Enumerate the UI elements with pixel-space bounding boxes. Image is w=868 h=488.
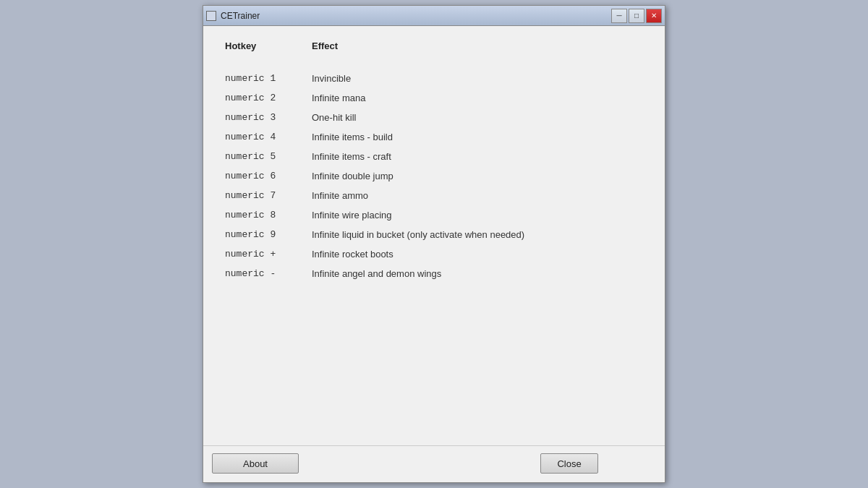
window-icon <box>206 11 216 21</box>
effect-cell: Infinite ammo <box>312 190 368 201</box>
main-window: CETrainer ─ □ ✕ Hotkey Effect numeric 1I… <box>203 5 665 483</box>
minimize-button[interactable]: ─ <box>611 9 627 23</box>
table-row: numeric 5Infinite items - craft <box>225 147 643 166</box>
restore-button[interactable]: □ <box>629 9 644 23</box>
table-row: numeric -Infinite angel and demon wings <box>225 264 643 283</box>
hotkey-cell: numeric 8 <box>225 210 312 221</box>
title-bar-left: CETrainer <box>206 11 260 21</box>
hotkey-cell: numeric 1 <box>225 73 312 84</box>
hotkey-cell: numeric 2 <box>225 93 312 103</box>
hotkey-cell: numeric 9 <box>225 229 312 240</box>
effect-cell: Infinite items - craft <box>312 151 391 162</box>
hotkey-cell: numeric + <box>225 249 312 260</box>
effect-cell: Infinite items - build <box>312 132 393 142</box>
title-bar: CETrainer ─ □ ✕ <box>203 6 665 26</box>
table-row: numeric 7Infinite ammo <box>225 186 643 205</box>
table-row: numeric 9Infinite liquid in bucket (only… <box>225 225 643 244</box>
hotkey-cell: numeric - <box>225 268 312 279</box>
effect-cell: Infinite angel and demon wings <box>312 268 441 279</box>
effect-cell: Infinite mana <box>312 93 365 103</box>
effect-cell: Invincible <box>312 73 351 84</box>
title-bar-buttons: ─ □ ✕ <box>611 9 662 23</box>
table-row: numeric 2Infinite mana <box>225 88 643 108</box>
table-row: numeric 6Infinite double jump <box>225 166 643 186</box>
hotkey-cell: numeric 5 <box>225 151 312 162</box>
close-button[interactable]: Close <box>540 453 598 474</box>
hotkey-header: Hotkey <box>225 40 312 51</box>
table-row: numeric 1Invincible <box>225 69 643 88</box>
effect-cell: Infinite rocket boots <box>312 249 393 260</box>
bottom-bar: About Close <box>203 445 665 482</box>
hotkey-cell: numeric 7 <box>225 190 312 201</box>
table-header: Hotkey Effect <box>225 40 643 56</box>
effect-cell: Infinite wire placing <box>312 210 392 221</box>
hotkey-cell: numeric 6 <box>225 171 312 181</box>
hotkey-cell: numeric 4 <box>225 132 312 142</box>
table-row: numeric 4Infinite items - build <box>225 127 643 147</box>
effect-cell: One-hit kill <box>312 112 356 123</box>
window-title: CETrainer <box>221 11 260 21</box>
effect-header: Effect <box>312 40 338 51</box>
close-window-button[interactable]: ✕ <box>646 9 662 23</box>
effect-cell: Infinite double jump <box>312 171 393 181</box>
table-row: numeric 3One-hit kill <box>225 108 643 127</box>
about-button[interactable]: About <box>212 453 299 474</box>
effect-cell: Infinite liquid in bucket (only activate… <box>312 229 524 240</box>
hotkey-cell: numeric 3 <box>225 112 312 123</box>
table-row: numeric 8Infinite wire placing <box>225 205 643 225</box>
cheat-rows-container: numeric 1Invinciblenumeric 2Infinite man… <box>225 69 643 283</box>
content-area: Hotkey Effect numeric 1Invinciblenumeric… <box>203 26 665 445</box>
table-row: numeric +Infinite rocket boots <box>225 244 643 264</box>
